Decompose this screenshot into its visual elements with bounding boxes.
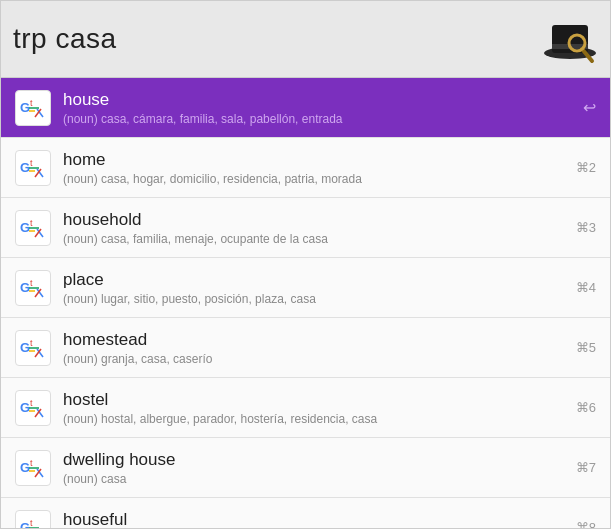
result-word: houseful [63, 510, 566, 530]
result-right-side: ↩ [583, 98, 596, 117]
result-word: hostel [63, 390, 566, 410]
result-item[interactable]: G t dwelling house(noun) casa⌘7 [1, 438, 610, 498]
result-word: dwelling house [63, 450, 566, 470]
keyboard-shortcut: ⌘7 [576, 460, 596, 475]
google-translate-icon: G t [15, 450, 51, 486]
result-right-side: ⌘6 [576, 400, 596, 415]
svg-text:G: G [20, 100, 30, 115]
result-text-block: house(noun) casa, cámara, familia, sala,… [63, 90, 573, 126]
google-translate-icon: G t [15, 390, 51, 426]
result-text-block: home(noun) casa, hogar, domicilio, resid… [63, 150, 566, 186]
svg-text:G: G [20, 280, 30, 295]
result-right-side: ⌘7 [576, 460, 596, 475]
result-text-block: dwelling house(noun) casa [63, 450, 566, 486]
result-item[interactable]: G t place(noun) lugar, sitio, puesto, po… [1, 258, 610, 318]
result-right-side: ⌘2 [576, 160, 596, 175]
keyboard-shortcut: ⌘8 [576, 520, 596, 529]
result-subtitle: (noun) granja, casa, caserío [63, 352, 566, 366]
search-bar [1, 1, 610, 78]
result-word: homestead [63, 330, 566, 350]
keyboard-shortcut: ⌘2 [576, 160, 596, 175]
results-list: G t house(noun) casa, cámara, familia, s… [1, 78, 610, 529]
svg-text:G: G [20, 340, 30, 355]
result-word: place [63, 270, 566, 290]
keyboard-shortcut: ⌘6 [576, 400, 596, 415]
svg-text:t: t [30, 518, 33, 528]
svg-text:G: G [20, 400, 30, 415]
return-icon: ↩ [583, 98, 596, 117]
svg-text:t: t [30, 398, 33, 408]
result-right-side: ⌘8 [576, 520, 596, 529]
svg-text:t: t [30, 458, 33, 468]
svg-text:G: G [20, 160, 30, 175]
svg-text:G: G [20, 520, 30, 530]
result-subtitle: (noun) hostal, albergue, parador, hoster… [63, 412, 566, 426]
google-translate-icon: G t [15, 210, 51, 246]
svg-text:t: t [30, 98, 33, 108]
result-text-block: place(noun) lugar, sitio, puesto, posici… [63, 270, 566, 306]
google-translate-icon: G t [15, 150, 51, 186]
result-text-block: houseful(noun) casa [63, 510, 566, 530]
svg-text:t: t [30, 158, 33, 168]
keyboard-shortcut: ⌘3 [576, 220, 596, 235]
result-text-block: household(noun) casa, familia, menaje, o… [63, 210, 566, 246]
result-right-side: ⌘4 [576, 280, 596, 295]
result-subtitle: (noun) casa [63, 472, 566, 486]
result-item[interactable]: G t house(noun) casa, cámara, familia, s… [1, 78, 610, 138]
hat-icon [542, 11, 598, 67]
svg-text:t: t [30, 338, 33, 348]
result-right-side: ⌘5 [576, 340, 596, 355]
svg-text:G: G [20, 220, 30, 235]
result-item[interactable]: G t homestead(noun) granja, casa, caserí… [1, 318, 610, 378]
result-word: household [63, 210, 566, 230]
result-subtitle: (noun) casa, cámara, familia, sala, pabe… [63, 112, 573, 126]
google-translate-icon: G t [15, 330, 51, 366]
result-text-block: homestead(noun) granja, casa, caserío [63, 330, 566, 366]
google-translate-icon: G t [15, 510, 51, 530]
result-word: home [63, 150, 566, 170]
result-word: house [63, 90, 573, 110]
result-item[interactable]: G t household(noun) casa, familia, menaj… [1, 198, 610, 258]
result-subtitle: (noun) casa, familia, menaje, ocupante d… [63, 232, 566, 246]
result-text-block: hostel(noun) hostal, albergue, parador, … [63, 390, 566, 426]
search-input[interactable] [13, 23, 532, 55]
keyboard-shortcut: ⌘5 [576, 340, 596, 355]
svg-text:G: G [20, 460, 30, 475]
result-item[interactable]: G t houseful(noun) casa⌘8 [1, 498, 610, 529]
svg-text:t: t [30, 218, 33, 228]
result-item[interactable]: G t home(noun) casa, hogar, domicilio, r… [1, 138, 610, 198]
google-translate-icon: G t [15, 270, 51, 306]
result-subtitle: (noun) lugar, sitio, puesto, posición, p… [63, 292, 566, 306]
svg-text:t: t [30, 278, 33, 288]
result-item[interactable]: G t hostel(noun) hostal, albergue, parad… [1, 378, 610, 438]
keyboard-shortcut: ⌘4 [576, 280, 596, 295]
result-right-side: ⌘3 [576, 220, 596, 235]
google-translate-icon: G t [15, 90, 51, 126]
result-subtitle: (noun) casa, hogar, domicilio, residenci… [63, 172, 566, 186]
